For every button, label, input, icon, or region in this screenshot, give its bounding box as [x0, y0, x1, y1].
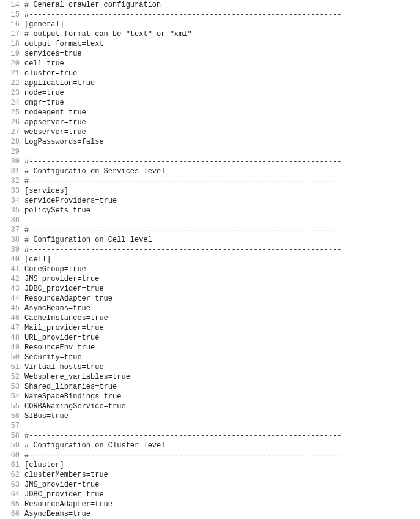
code-line: 21cluster=true — [0, 69, 420, 78]
code-line: 46CacheInstances=true — [0, 313, 420, 323]
line-number: 56 — [0, 411, 24, 421]
code-line: 42JMS_provider=true — [0, 274, 420, 284]
code-line: 62clusterMembers=true — [0, 470, 420, 480]
code-line: 28LogPasswords=false — [0, 137, 420, 147]
line-number: 44 — [0, 294, 24, 304]
code-editor: 14# General crawler configuration15#----… — [0, 0, 420, 519]
line-content: AsyncBeans=true — [24, 509, 420, 519]
line-number: 38 — [0, 235, 24, 245]
code-line: 47Mail_provider=true — [0, 323, 420, 333]
line-number: 14 — [0, 0, 24, 10]
line-number: 50 — [0, 353, 24, 362]
line-content: #---------------------------------------… — [24, 10, 420, 20]
code-line: 41CoreGroup=true — [0, 264, 420, 274]
line-number: 42 — [0, 274, 24, 284]
line-content: # Configuration on Cell level — [24, 235, 420, 245]
line-number: 35 — [0, 206, 24, 215]
code-line: 34serviceProviders=true — [0, 196, 420, 206]
line-content: [services] — [24, 186, 420, 196]
line-content: nodeagent=true — [24, 108, 420, 118]
line-number: 53 — [0, 382, 24, 392]
line-content: node=true — [24, 88, 420, 98]
code-line: 51Virtual_hosts=true — [0, 362, 420, 372]
code-line: 18output_format=text — [0, 39, 420, 49]
line-content: Mail_provider=true — [24, 323, 420, 333]
line-content — [24, 147, 420, 157]
line-content: AsyncBeans=true — [24, 304, 420, 313]
code-line: 17# output_format can be "text" or "xml" — [0, 29, 420, 39]
line-number: 47 — [0, 323, 24, 333]
code-line: 56SIBus=true — [0, 411, 420, 421]
line-content: # Configuratio on Services level — [24, 166, 420, 176]
code-line: 60#-------------------------------------… — [0, 450, 420, 460]
line-content: CoreGroup=true — [24, 264, 420, 274]
line-number: 22 — [0, 78, 24, 88]
line-number: 29 — [0, 147, 24, 157]
line-content: #---------------------------------------… — [24, 225, 420, 235]
code-line: 16[general] — [0, 20, 420, 29]
line-number: 45 — [0, 304, 24, 313]
line-content: #---------------------------------------… — [24, 176, 420, 186]
line-number: 16 — [0, 20, 24, 29]
line-content: JMS_provider=true — [24, 480, 420, 490]
line-number: 60 — [0, 450, 24, 460]
line-content: JMS_provider=true — [24, 274, 420, 284]
code-line: 30#-------------------------------------… — [0, 157, 420, 166]
line-number: 51 — [0, 362, 24, 372]
line-number: 23 — [0, 88, 24, 98]
line-number: 26 — [0, 118, 24, 127]
code-line: 55CORBANamingService=true — [0, 401, 420, 411]
line-content: # General crawler configuration — [24, 0, 420, 10]
line-number: 58 — [0, 431, 24, 441]
line-number: 65 — [0, 499, 24, 509]
code-line: 64JDBC_provider=true — [0, 490, 420, 499]
line-content: webserver=true — [24, 127, 420, 137]
line-number: 27 — [0, 127, 24, 137]
line-content: [cell] — [24, 255, 420, 264]
code-line: 19services=true — [0, 49, 420, 59]
line-content: clusterMembers=true — [24, 470, 420, 480]
line-number: 64 — [0, 490, 24, 499]
line-number: 52 — [0, 372, 24, 382]
line-number: 37 — [0, 225, 24, 235]
code-line: 66AsyncBeans=true — [0, 509, 420, 519]
line-number: 31 — [0, 166, 24, 176]
line-content: output_format=text — [24, 39, 420, 49]
line-content: ResourceEnv=true — [24, 343, 420, 353]
line-content: appserver=true — [24, 118, 420, 127]
code-line: 20cell=true — [0, 59, 420, 69]
code-line: 26appserver=true — [0, 118, 420, 127]
code-line: 35policySets=true — [0, 206, 420, 215]
code-line: 32#-------------------------------------… — [0, 176, 420, 186]
code-line: 54NameSpaceBindings=true — [0, 392, 420, 401]
line-number: 57 — [0, 421, 24, 431]
line-content: #---------------------------------------… — [24, 157, 420, 166]
line-number: 41 — [0, 264, 24, 274]
line-number: 46 — [0, 313, 24, 323]
code-line: 52Websphere_variables=true — [0, 372, 420, 382]
code-line: 14# General crawler configuration — [0, 0, 420, 10]
line-number: 63 — [0, 480, 24, 490]
line-content: cluster=true — [24, 69, 420, 78]
line-content: policySets=true — [24, 206, 420, 215]
line-number: 59 — [0, 441, 24, 450]
code-line: 24dmgr=true — [0, 98, 420, 108]
code-line: 53Shared_libraries=true — [0, 382, 420, 392]
line-number: 43 — [0, 284, 24, 294]
line-number: 30 — [0, 157, 24, 166]
code-line: 29 — [0, 147, 420, 157]
line-number: 28 — [0, 137, 24, 147]
line-content — [24, 215, 420, 225]
line-content: Websphere_variables=true — [24, 372, 420, 382]
code-line: 63JMS_provider=true — [0, 480, 420, 490]
code-line: 25nodeagent=true — [0, 108, 420, 118]
line-number: 66 — [0, 509, 24, 519]
line-content: JDBC_provider=true — [24, 284, 420, 294]
line-number: 61 — [0, 460, 24, 470]
code-line: 36 — [0, 215, 420, 225]
line-content: NameSpaceBindings=true — [24, 392, 420, 401]
code-line: 59# Configuration on Cluster level — [0, 441, 420, 450]
code-line: 22application=true — [0, 78, 420, 88]
line-number: 62 — [0, 470, 24, 480]
code-line: 33[services] — [0, 186, 420, 196]
